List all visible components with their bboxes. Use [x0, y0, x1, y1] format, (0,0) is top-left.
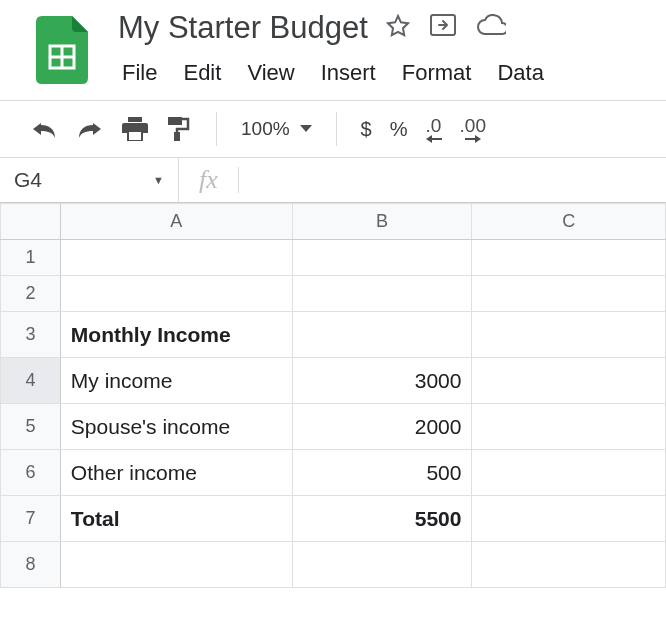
cell[interactable] [292, 240, 472, 276]
menu-bar: File Edit View Insert Format Data [118, 60, 666, 86]
menu-edit[interactable]: Edit [183, 60, 221, 86]
svg-rect-5 [168, 117, 182, 125]
cell[interactable]: My income [60, 358, 292, 404]
toolbar-divider [336, 112, 337, 146]
increase-decimal-button[interactable]: .00 [460, 116, 486, 143]
column-header[interactable]: C [472, 204, 666, 240]
fx-label: fx [179, 165, 238, 195]
cell[interactable]: 500 [292, 450, 472, 496]
select-all-corner[interactable] [1, 204, 61, 240]
arrow-right-icon [465, 135, 481, 143]
sheets-logo[interactable] [36, 16, 88, 84]
redo-icon[interactable] [76, 120, 104, 138]
cell[interactable] [472, 276, 666, 312]
row-header[interactable]: 8 [1, 542, 61, 588]
undo-icon[interactable] [30, 120, 58, 138]
document-title[interactable]: My Starter Budget [118, 10, 380, 46]
decrease-decimal-label: .0 [426, 116, 442, 135]
print-icon[interactable] [122, 117, 148, 141]
chevron-down-icon [300, 125, 312, 133]
cell[interactable] [472, 404, 666, 450]
divider [238, 167, 239, 193]
row-header[interactable]: 3 [1, 312, 61, 358]
cell[interactable]: 5500 [292, 496, 472, 542]
name-box[interactable]: G4 ▼ [0, 168, 178, 192]
cell[interactable]: Spouse's income [60, 404, 292, 450]
format-percent-button[interactable]: % [390, 118, 408, 141]
svg-rect-4 [128, 131, 142, 141]
menu-insert[interactable]: Insert [321, 60, 376, 86]
cell[interactable] [60, 276, 292, 312]
cell[interactable] [292, 276, 472, 312]
column-header[interactable]: B [292, 204, 472, 240]
increase-decimal-label: .00 [460, 116, 486, 135]
menu-data[interactable]: Data [497, 60, 543, 86]
cell[interactable] [292, 542, 472, 588]
zoom-value: 100% [241, 118, 290, 140]
row-header[interactable]: 5 [1, 404, 61, 450]
cloud-icon[interactable] [476, 14, 506, 42]
chevron-down-icon: ▼ [153, 174, 164, 186]
menu-file[interactable]: File [122, 60, 157, 86]
cell[interactable]: Monthly Income [60, 312, 292, 358]
row-header[interactable]: 2 [1, 276, 61, 312]
cell[interactable] [292, 312, 472, 358]
paint-format-icon[interactable] [166, 116, 192, 142]
cell[interactable] [472, 450, 666, 496]
spreadsheet-grid[interactable]: A B C 1 2 3 Monthly Income 4 My income 3… [0, 203, 666, 588]
cell[interactable] [472, 312, 666, 358]
row-header[interactable]: 7 [1, 496, 61, 542]
toolbar-divider [216, 112, 217, 146]
column-header[interactable]: A [60, 204, 292, 240]
name-box-value: G4 [14, 168, 42, 192]
row-header[interactable]: 4 [1, 358, 61, 404]
move-icon[interactable] [430, 14, 456, 42]
menu-format[interactable]: Format [402, 60, 472, 86]
cell[interactable] [472, 358, 666, 404]
decrease-decimal-button[interactable]: .0 [426, 116, 442, 143]
svg-rect-6 [174, 132, 180, 141]
cell[interactable]: Other income [60, 450, 292, 496]
cell[interactable]: Total [60, 496, 292, 542]
row-header[interactable]: 6 [1, 450, 61, 496]
arrow-left-icon [426, 135, 442, 143]
cell[interactable] [60, 542, 292, 588]
cell[interactable] [60, 240, 292, 276]
cell[interactable]: 2000 [292, 404, 472, 450]
cell[interactable] [472, 240, 666, 276]
format-currency-button[interactable]: $ [361, 118, 372, 141]
row-header[interactable]: 1 [1, 240, 61, 276]
star-icon[interactable] [386, 14, 410, 42]
zoom-dropdown[interactable]: 100% [241, 118, 312, 140]
cell[interactable] [472, 496, 666, 542]
cell[interactable] [472, 542, 666, 588]
cell[interactable]: 3000 [292, 358, 472, 404]
menu-view[interactable]: View [247, 60, 294, 86]
